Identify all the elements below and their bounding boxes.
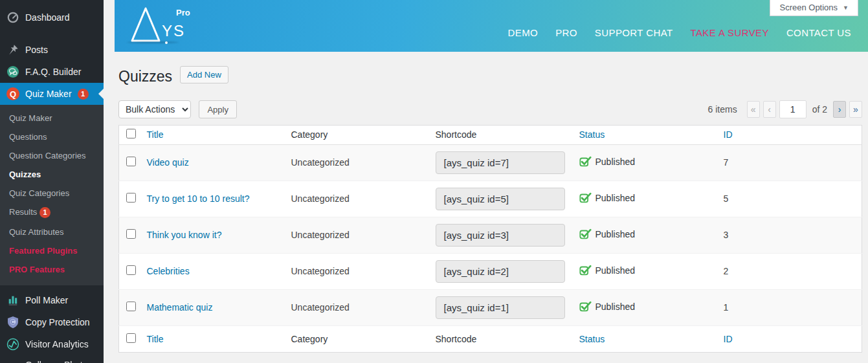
quizzes-page: Quizzes Add New Bulk Actions Apply 6 ite… [104,52,868,353]
sidebar-item-posts[interactable]: Posts [0,39,104,61]
category-value: Uncategorized [291,193,350,204]
screen-options-tab[interactable]: Screen Options ▼ [770,0,858,16]
quiz-maker-submenu: Quiz Maker Questions Question Categories… [0,105,104,285]
sidebar-item-label: Posts [25,45,48,55]
menu-separator [0,28,104,39]
submenu-item-quizzes[interactable]: Quizzes [0,165,104,184]
submenu-item-pro-features[interactable]: PRO Features [0,260,104,279]
quiz-title-link[interactable]: Mathematic quiz [147,302,213,313]
row-checkbox[interactable] [126,302,136,311]
screen-options-label: Screen Options [779,3,838,12]
nav-link-contact-us[interactable]: CONTACT US [786,27,851,38]
apply-button[interactable]: Apply [199,100,237,118]
status-badge: Published [579,156,636,167]
row-checkbox[interactable] [126,193,136,203]
current-page-input[interactable] [779,100,807,118]
bulk-actions-group: Bulk Actions Apply [118,100,237,119]
row-checkbox[interactable] [126,265,136,275]
check-icon [579,228,592,239]
shortcode-input[interactable] [436,296,565,319]
next-page-button[interactable]: › [833,101,846,118]
quizzes-table: Title Category Shortcode Status ID Video… [118,125,862,353]
logo-triangle-icon [129,6,162,44]
quiz-id: 5 [724,193,729,204]
quiz-title-link[interactable]: Celebrities [147,266,190,276]
poll-maker-icon [6,294,19,307]
sidebar-item-label: Poll Maker [25,295,68,305]
table-footer-row: Title Category Shortcode Status ID [119,325,862,352]
last-page-button[interactable]: » [849,101,862,118]
nav-link-demo[interactable]: DEMO [508,27,539,38]
sidebar-item-label: Visitor Analytics [25,339,89,349]
row-checkbox[interactable] [126,157,136,166]
shortcode-input[interactable] [436,188,565,210]
total-pages-label: of 2 [812,104,827,115]
sidebar-bottom-group: Poll Maker Copy Protection Visitor Analy… [0,289,104,363]
sidebar-item-quiz-maker[interactable]: Q Quiz Maker 1 [0,83,104,105]
sidebar-item-label: Gallery – Photo Gallery [25,360,98,363]
sidebar-item-gallery[interactable]: Gallery – Photo Gallery [0,355,104,363]
page-title: Quizzes [118,67,172,87]
status-badge: Published [579,265,636,276]
submenu-item-quiz-categories[interactable]: Quiz Categories [0,184,104,203]
row-checkbox[interactable] [126,229,136,239]
table-row: Video quiz Uncategorized Published 7 [119,144,862,181]
check-icon [579,301,592,312]
column-header-title[interactable]: Title [147,129,164,140]
table-toolbar: Bulk Actions Apply 6 items « ‹ of 2 › » [118,100,862,119]
sidebar-item-faq-builder[interactable]: F.A.Q. Builder [0,61,104,83]
column-header-id[interactable]: ID [724,129,733,140]
sidebar-item-label: F.A.Q. Builder [25,67,81,77]
sidebar-item-poll-maker[interactable]: Poll Maker [0,289,104,311]
nav-link-take-a-survey[interactable]: TAKE A SURVEY [691,27,769,38]
prev-page-button: ‹ [763,101,776,118]
category-value: Uncategorized [291,266,350,276]
category-value: Uncategorized [291,157,350,168]
shortcode-input[interactable] [436,151,565,174]
dashboard-icon [6,11,19,24]
current-menu-arrow [98,89,104,99]
add-new-button[interactable]: Add New [180,66,228,83]
column-header-category: Category [291,129,328,140]
quiz-id: 1 [724,302,729,313]
table-row: Celebrities Uncategorized Published 2 [119,253,862,289]
status-badge: Published [579,192,636,203]
submenu-item-quiz-maker[interactable]: Quiz Maker [0,109,104,127]
sidebar-item-copy-protection[interactable]: Copy Protection [0,311,104,333]
check-icon [579,192,592,203]
column-footer-title[interactable]: Title [147,334,164,344]
category-value: Uncategorized [291,230,350,240]
column-footer-id[interactable]: ID [724,334,733,344]
quiz-title-link[interactable]: Try to get 10 to 10 result? [147,193,250,204]
ays-logo: YS Pro [129,5,214,47]
sidebar-item-visitor-analytics[interactable]: Visitor Analytics [0,333,104,355]
submenu-item-featured-plugins[interactable]: Featured Plugins [0,241,104,260]
submenu-item-question-categories[interactable]: Question Categories [0,146,104,165]
bulk-actions-select[interactable]: Bulk Actions [118,100,191,118]
quiz-id: 2 [724,266,729,276]
pagination: 6 items « ‹ of 2 › » [708,100,862,118]
submenu-item-results[interactable]: Results 1 [0,203,104,223]
column-footer-status[interactable]: Status [579,334,605,344]
sidebar-item-label: Copy Protection [25,317,90,327]
sidebar-item-dashboard[interactable]: Dashboard [0,6,104,28]
nav-link-support-chat[interactable]: SUPPORT CHAT [595,27,673,38]
quiz-title-link[interactable]: Think you know it? [147,230,222,240]
submenu-item-quiz-attributes[interactable]: Quiz Attributes [0,223,104,241]
select-all-checkbox[interactable] [126,129,136,138]
quiz-title-link[interactable]: Video quiz [147,157,189,168]
pin-icon [6,43,19,56]
status-badge: Published [579,301,636,312]
select-all-checkbox[interactable] [126,333,136,343]
shortcode-input[interactable] [436,260,565,283]
logo-pro-text: Pro [176,8,190,17]
quiz-id: 3 [724,230,729,240]
check-icon [579,156,592,167]
submenu-item-label: Results [9,207,37,217]
column-header-status[interactable]: Status [579,129,605,140]
submenu-item-questions[interactable]: Questions [0,127,104,146]
logo-text: YS [162,22,185,40]
nav-link-pro[interactable]: PRO [555,27,577,38]
admin-sidebar: Dashboard Posts F.A.Q. Builder Q Quiz Ma… [0,0,104,363]
shortcode-input[interactable] [436,224,565,247]
